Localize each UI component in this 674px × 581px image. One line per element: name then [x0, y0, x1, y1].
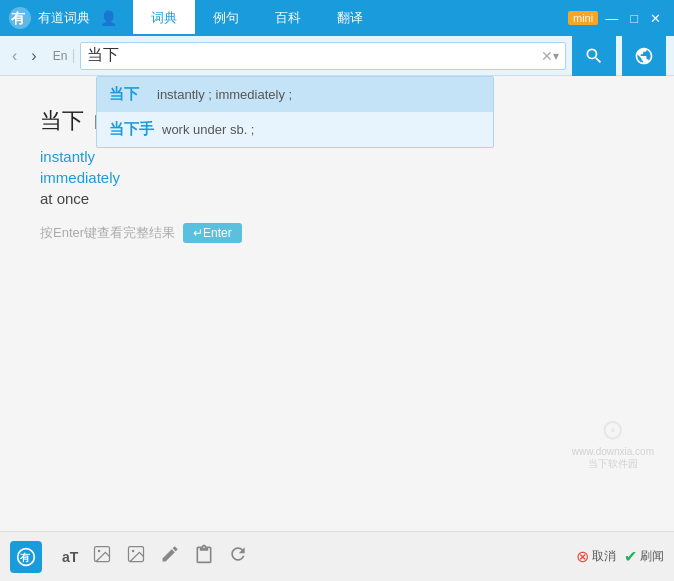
app-name: 有道词典	[38, 9, 90, 27]
watermark-label: 当下软件园	[588, 457, 638, 471]
nav-fanyi[interactable]: 翻译	[319, 0, 381, 36]
watermark-site: www.downxia.com	[572, 446, 654, 457]
bottom-logo[interactable]: 有	[10, 541, 42, 573]
svg-point-5	[98, 550, 101, 553]
tool-text[interactable]: aT	[62, 549, 78, 565]
dropdown-arrow[interactable]: ▾	[553, 49, 559, 63]
confirm-button[interactable]: ✔ 刷闻	[624, 547, 664, 566]
cancel-button[interactable]: ⊗ 取消	[576, 547, 616, 566]
watermark-icon: ⊙	[601, 413, 624, 446]
cancel-icon: ⊗	[576, 547, 589, 566]
dropdown-item-1[interactable]: 当下 instantly ; immediately ;	[97, 77, 493, 112]
meaning-3[interactable]: at once	[40, 190, 634, 207]
dropdown-word-2: 当下手	[109, 120, 154, 139]
user-icon[interactable]: 👤	[100, 10, 117, 26]
watermark: ⊙ www.downxia.com 当下软件园	[572, 413, 654, 471]
dropdown-def-1: instantly ; immediately ;	[157, 87, 292, 102]
bottom-tools: aT	[62, 544, 248, 569]
tool-pen[interactable]	[160, 544, 180, 569]
meaning-2[interactable]: immediately	[40, 169, 634, 186]
mini-btn[interactable]: mini	[568, 11, 598, 25]
nav-baike[interactable]: 百科	[257, 0, 319, 36]
dropdown-word-1: 当下	[109, 85, 149, 104]
dropdown-item-2[interactable]: 当下手 work under sb. ;	[97, 112, 493, 147]
bottom-right: ⊗ 取消 ✔ 刷闻	[576, 547, 664, 566]
lang-label: En	[47, 49, 75, 63]
minimize-btn[interactable]: —	[600, 11, 623, 26]
word-meanings: instantly immediately at once	[40, 148, 634, 207]
tool-clipboard[interactable]	[194, 544, 214, 569]
nav-liju[interactable]: 例句	[195, 0, 257, 36]
clear-icon[interactable]: ✕	[541, 48, 553, 64]
nav-cidian[interactable]: 词典	[133, 0, 195, 36]
word-title: 当下	[40, 106, 84, 136]
cancel-label: 取消	[592, 548, 616, 565]
back-button[interactable]: ‹	[8, 45, 21, 67]
meaning-1[interactable]: instantly	[40, 148, 634, 165]
search-box: ✕ ▾	[80, 42, 566, 70]
search-input[interactable]	[87, 47, 537, 65]
search-button[interactable]	[572, 36, 616, 76]
app-logo: 有	[8, 6, 32, 30]
dropdown-def-2: work under sb. ;	[162, 122, 255, 137]
main-nav: 词典 例句 百科 翻译	[133, 0, 568, 36]
enter-hint-text: 按Enter键查看完整结果	[40, 224, 175, 242]
globe-button[interactable]	[622, 36, 666, 76]
restore-btn[interactable]: □	[625, 11, 643, 26]
enter-hint: 按Enter键查看完整结果 ↵Enter	[40, 223, 634, 243]
tool-image1[interactable]	[92, 544, 112, 569]
confirm-label: 刷闻	[640, 548, 664, 565]
toolbar: ‹ › En ✕ ▾	[0, 36, 674, 76]
svg-point-7	[132, 550, 135, 553]
window-controls: mini — □ ✕	[568, 11, 666, 26]
tool-image2[interactable]	[126, 544, 146, 569]
svg-text:有: 有	[19, 552, 31, 563]
close-btn[interactable]: ✕	[645, 11, 666, 26]
forward-button[interactable]: ›	[27, 45, 40, 67]
titlebar: 有 有道词典 👤 词典 例句 百科 翻译 mini — □ ✕	[0, 0, 674, 36]
confirm-icon: ✔	[624, 547, 637, 566]
tool-refresh[interactable]	[228, 544, 248, 569]
svg-text:有: 有	[10, 10, 26, 26]
enter-button[interactable]: ↵Enter	[183, 223, 242, 243]
bottombar: 有 aT ⊗ 取消 ✔ 刷闻	[0, 531, 674, 581]
search-dropdown: 当下 instantly ; immediately ; 当下手 work un…	[96, 76, 494, 148]
